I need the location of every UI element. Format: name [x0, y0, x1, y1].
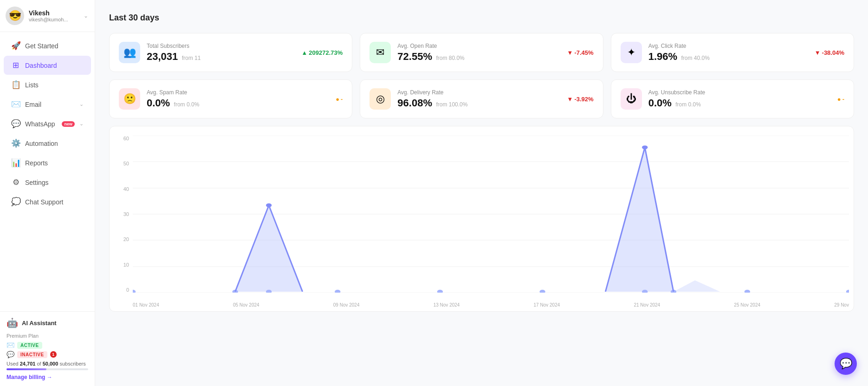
user-info: Vikesh vikesh@kumoh... [29, 9, 79, 22]
sidebar: 😎 Vikesh vikesh@kumoh... ⌄ 🚀 Get Started… [0, 0, 95, 386]
avg-open-rate-value: 72.55% [397, 51, 432, 62]
used-count: 24,701 [20, 361, 36, 366]
sidebar-item-automation[interactable]: ⚙️ Automation [4, 134, 91, 153]
total-subscribers-icon: 👥 [119, 42, 140, 63]
avg-delivery-rate-value: 96.08% [397, 97, 432, 109]
chart-y-label: 50 [123, 161, 129, 166]
chart-y-label: 60 [123, 136, 129, 141]
chart-x-label: 13 Nov 2024 [434, 302, 460, 307]
reports-label: Reports [25, 159, 84, 167]
dashboard-icon: ⊞ [11, 60, 20, 70]
avg-unsubscribe-rate-label: Avg. Unsubscribe Rate [648, 89, 831, 96]
sidebar-item-settings[interactable]: ⚙ Settings [4, 173, 91, 192]
sidebar-item-whatsapp[interactable]: 💬 WhatsApp new ⌄ [4, 114, 91, 133]
sidebar-item-chat-support[interactable]: 💭 Chat Support [4, 192, 91, 211]
chat-support-icon: 💭 [11, 197, 20, 207]
email-label: Email [25, 101, 75, 108]
avg-click-rate-icon: ✦ [621, 42, 642, 63]
active-plan-status: ✉️ ACTIVE [6, 341, 88, 349]
lists-icon: 📋 [11, 80, 20, 90]
svg-point-10 [335, 290, 340, 293]
sidebar-item-get-started[interactable]: 🚀 Get Started [4, 36, 91, 55]
automation-label: Automation [25, 140, 84, 147]
svg-point-11 [437, 290, 443, 293]
user-chevron-icon: ⌄ [84, 13, 88, 19]
user-email: vikesh@kumoh... [29, 17, 79, 22]
chart-x-label: 25 Nov 2024 [734, 302, 760, 307]
avg-unsubscribe-rate-value: 0.0% [648, 97, 672, 109]
chart-area [133, 136, 849, 293]
metrics-row-2: 🙁 Avg. Spam Rate 0.0% from 0.0% ● - [109, 79, 854, 118]
inactive-count: 1 [50, 351, 57, 358]
usage-bar [6, 368, 88, 370]
chart-x-label: 21 Nov 2024 [634, 302, 660, 307]
avg-delivery-rate-icon: ◎ [369, 88, 391, 110]
sidebar-item-email[interactable]: ✉️ Email ⌄ [4, 95, 91, 114]
main-content: Last 30 days 👥 Total Subscribers 23,031 … [95, 0, 868, 386]
whatsapp-label: WhatsApp [25, 120, 56, 128]
chart-x-axis: 01 Nov 202405 Nov 202409 Nov 202413 Nov … [133, 302, 849, 307]
sidebar-item-reports[interactable]: 📊 Reports [4, 153, 91, 172]
avg-open-rate-change: ▼ -7.45% [567, 49, 594, 56]
avatar: 😎 [6, 7, 24, 25]
premium-plan-label: Premium Plan [6, 333, 88, 339]
avg-spam-rate-value: 0.0% [147, 97, 170, 109]
total-subscribers-from: from 11 [182, 55, 201, 61]
chart-x-label: 29 Nov [834, 302, 849, 307]
avg-delivery-rate-label: Avg. Delivery Rate [397, 89, 560, 96]
sidebar-item-lists[interactable]: 📋 Lists [4, 75, 91, 94]
total-subscribers-value: 23,031 [147, 51, 178, 62]
chart-y-label: 10 [123, 262, 129, 268]
chart-x-label: 17 Nov 2024 [534, 302, 560, 307]
manage-billing-link[interactable]: Manage billing → [6, 374, 88, 380]
ai-label: AI Assistant [22, 320, 57, 327]
svg-point-7 [133, 290, 136, 293]
subscriber-usage: Used 24,701 of 50,000 subscribers [6, 361, 88, 366]
inactive-plan-status: 💬 INACTIVE 1 [6, 351, 88, 358]
avg-click-rate-label: Avg. Click Rate [648, 43, 808, 49]
whatsapp-icon: 💬 [11, 119, 20, 129]
avg-spam-rate-from: from 0.0% [174, 101, 200, 108]
inactive-badge: INACTIVE [17, 351, 47, 358]
whatsapp-inactive-icon: 💬 [6, 351, 14, 358]
sidebar-user-section[interactable]: 😎 Vikesh vikesh@kumoh... ⌄ [0, 0, 95, 32]
metric-avg-open-rate: ✉ Avg. Open Rate 72.55% from 80.0% ▼ -7.… [360, 33, 603, 72]
metric-avg-click-rate: ✦ Avg. Click Rate 1.96% from 40.0% ▼ -38… [611, 33, 854, 72]
total-subscribers-change: ▲ 209272.73% [301, 49, 343, 56]
avg-open-rate-icon: ✉ [369, 42, 391, 63]
usage-bar-fill [6, 368, 46, 370]
chart-container: 6050403020100 [109, 126, 854, 312]
ai-icon: 🤖 [6, 317, 18, 328]
svg-point-20 [642, 145, 648, 149]
dashboard-label: Dashboard [25, 62, 84, 69]
settings-icon: ⚙ [11, 177, 20, 187]
sidebar-nav: 🚀 Get Started ⊞ Dashboard 📋 Lists ✉️ Ema… [0, 32, 95, 311]
chat-button-icon: 💬 [840, 358, 852, 370]
avg-unsubscribe-rate-from: from 0.0% [675, 101, 701, 108]
avg-delivery-rate-from: from 100.0% [436, 101, 467, 108]
svg-point-12 [539, 290, 545, 293]
reports-icon: 📊 [11, 158, 20, 168]
chat-support-button[interactable]: 💬 [835, 353, 857, 375]
svg-marker-17 [235, 205, 303, 292]
whatsapp-chevron-icon: ⌄ [79, 121, 84, 127]
chart-x-label: 01 Nov 2024 [133, 302, 159, 307]
sidebar-item-dashboard[interactable]: ⊞ Dashboard [4, 56, 91, 75]
svg-point-18 [266, 203, 272, 207]
metric-avg-spam-rate: 🙁 Avg. Spam Rate 0.0% from 0.0% ● - [109, 79, 352, 118]
metric-avg-unsubscribe-rate: ⏻ Avg. Unsubscribe Rate 0.0% from 0.0% ●… [611, 79, 854, 118]
chart-x-label: 05 Nov 2024 [233, 302, 259, 307]
avg-spam-rate-icon: 🙁 [119, 88, 140, 110]
chart-y-label: 40 [123, 186, 129, 192]
avg-click-rate-from: from 40.0% [681, 55, 710, 61]
avg-unsubscribe-rate-icon: ⏻ [621, 88, 642, 110]
whatsapp-badge: new [62, 121, 75, 127]
chart-y-label: 0 [126, 287, 129, 293]
avg-open-rate-from: from 80.0% [436, 55, 464, 61]
avg-click-rate-change: ▼ -38.04% [815, 49, 844, 56]
avg-unsubscribe-rate-change: ● - [837, 96, 844, 103]
settings-label: Settings [25, 179, 84, 186]
get-started-label: Get Started [25, 42, 84, 50]
ai-assistant-item[interactable]: 🤖 AI Assistant [6, 317, 88, 328]
get-started-icon: 🚀 [11, 41, 20, 51]
